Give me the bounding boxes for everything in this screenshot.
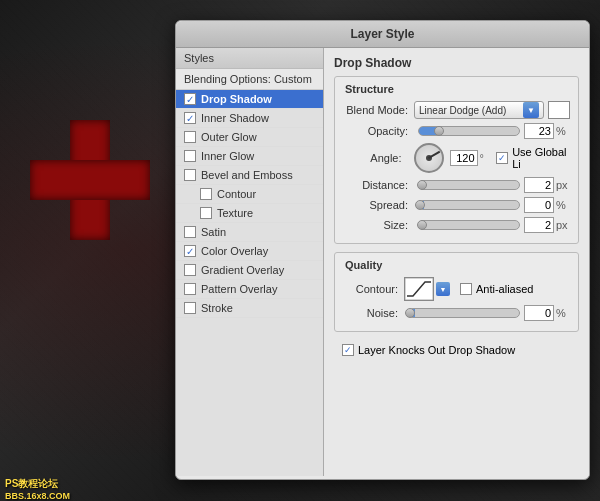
checkbox-outer-glow[interactable] xyxy=(184,131,196,143)
sidebar-item-contour[interactable]: Contour xyxy=(176,185,323,204)
sidebar-item-drop-shadow[interactable]: Drop Shadow xyxy=(176,90,323,109)
sidebar-item-gradient-overlay[interactable]: Gradient Overlay xyxy=(176,261,323,280)
sidebar-item-inner-shadow[interactable]: Inner Shadow xyxy=(176,109,323,128)
opacity-label: Opacity: xyxy=(343,125,408,137)
opacity-unit: % xyxy=(556,125,570,137)
distance-label: Distance: xyxy=(343,179,408,191)
checkbox-satin[interactable] xyxy=(184,226,196,238)
size-row: Size: px xyxy=(343,217,570,233)
distance-unit: px xyxy=(556,179,570,191)
spread-input[interactable] xyxy=(524,197,554,213)
noise-label: Noise: xyxy=(343,307,398,319)
label-outer-glow: Outer Glow xyxy=(201,131,257,143)
distance-thumb[interactable] xyxy=(417,180,427,190)
noise-slider[interactable] xyxy=(408,308,520,318)
distance-slider[interactable] xyxy=(418,180,520,190)
spread-slider[interactable] xyxy=(418,200,520,210)
layer-knocks-label: Layer Knocks Out Drop Shadow xyxy=(358,344,515,356)
layer-knocks-checkbox[interactable] xyxy=(342,344,354,356)
label-inner-shadow: Inner Shadow xyxy=(201,112,269,124)
angle-label: Angle: xyxy=(343,152,402,164)
noise-row: Noise: % xyxy=(343,305,570,321)
structure-label: Structure xyxy=(345,83,570,95)
label-color-overlay: Color Overlay xyxy=(201,245,268,257)
blend-mode-color-swatch[interactable] xyxy=(548,101,570,119)
sidebar-item-bevel-emboss[interactable]: Bevel and Emboss xyxy=(176,166,323,185)
angle-unit: ° xyxy=(480,152,493,164)
label-stroke: Stroke xyxy=(201,302,233,314)
dialog-title: Layer Style xyxy=(350,27,414,41)
checkbox-texture[interactable] xyxy=(200,207,212,219)
label-texture: Texture xyxy=(217,207,253,219)
size-label: Size: xyxy=(343,219,408,231)
watermark-line2: BBS.16x8.COM xyxy=(5,491,70,501)
size-slider[interactable] xyxy=(418,220,520,230)
label-satin: Satin xyxy=(201,226,226,238)
spread-thumb[interactable] xyxy=(415,200,425,210)
contour-dropdown-arrow[interactable]: ▼ xyxy=(436,282,450,296)
styles-header[interactable]: Styles xyxy=(176,48,323,69)
sidebar-item-outer-glow[interactable]: Outer Glow xyxy=(176,128,323,147)
opacity-row: Opacity: % xyxy=(343,123,570,139)
label-contour: Contour xyxy=(217,188,256,200)
opacity-thumb[interactable] xyxy=(434,126,444,136)
angle-dial[interactable] xyxy=(414,143,444,173)
quality-label: Quality xyxy=(345,259,570,271)
use-global-checkbox[interactable] xyxy=(496,152,508,164)
sidebar-item-inner-glow[interactable]: Inner Glow xyxy=(176,147,323,166)
size-input[interactable] xyxy=(524,217,554,233)
section-title-drop-shadow: Drop Shadow xyxy=(334,56,579,70)
angle-input[interactable] xyxy=(450,150,478,166)
contour-curve-icon xyxy=(405,278,433,300)
cross-horizontal xyxy=(30,160,150,200)
blend-mode-dropdown[interactable]: Linear Dodge (Add) ▼ xyxy=(414,101,544,119)
noise-input[interactable] xyxy=(524,305,554,321)
blend-mode-value: Linear Dodge (Add) xyxy=(419,105,523,116)
contour-preview[interactable] xyxy=(404,277,434,301)
distance-input[interactable] xyxy=(524,177,554,193)
sidebar-item-texture[interactable]: Texture xyxy=(176,204,323,223)
anti-alias-checkbox[interactable] xyxy=(460,283,472,295)
noise-thumb[interactable] xyxy=(405,308,415,318)
checkbox-gradient-overlay[interactable] xyxy=(184,264,196,276)
checkbox-color-overlay[interactable] xyxy=(184,245,196,257)
watermark-line1: PS教程论坛 xyxy=(5,477,58,491)
quality-group: Quality Contour: ▼ Anti-aliased xyxy=(334,252,579,332)
blending-options-item[interactable]: Blending Options: Custom xyxy=(176,69,323,90)
spread-unit: % xyxy=(556,199,570,211)
use-global-row: Use Global Li xyxy=(496,146,570,170)
dialog-titlebar: Layer Style xyxy=(176,21,589,48)
sidebar-item-color-overlay[interactable]: Color Overlay xyxy=(176,242,323,261)
opacity-input[interactable] xyxy=(524,123,554,139)
label-gradient-overlay: Gradient Overlay xyxy=(201,264,284,276)
spread-label: Spread: xyxy=(343,199,408,211)
label-pattern-overlay: Pattern Overlay xyxy=(201,283,277,295)
contour-row: Contour: ▼ Anti-aliased xyxy=(343,277,570,301)
checkbox-stroke[interactable] xyxy=(184,302,196,314)
contour-label: Contour: xyxy=(343,283,398,295)
angle-row: Angle: ° Use Global Li xyxy=(343,143,570,173)
sidebar-item-pattern-overlay[interactable]: Pattern Overlay xyxy=(176,280,323,299)
checkbox-contour[interactable] xyxy=(200,188,212,200)
checkbox-bevel-emboss[interactable] xyxy=(184,169,196,181)
distance-row: Distance: px xyxy=(343,177,570,193)
blend-mode-row: Blend Mode: Linear Dodge (Add) ▼ xyxy=(343,101,570,119)
label-inner-glow: Inner Glow xyxy=(201,150,254,162)
sidebar-item-stroke[interactable]: Stroke xyxy=(176,299,323,318)
blend-mode-arrow-icon[interactable]: ▼ xyxy=(523,102,539,118)
spread-row: Spread: % xyxy=(343,197,570,213)
opacity-slider[interactable] xyxy=(418,126,520,136)
right-panel: Drop Shadow Structure Blend Mode: Linear… xyxy=(324,48,589,476)
checkbox-drop-shadow[interactable] xyxy=(184,93,196,105)
checkbox-inner-glow[interactable] xyxy=(184,150,196,162)
noise-unit: % xyxy=(556,307,570,319)
checkbox-pattern-overlay[interactable] xyxy=(184,283,196,295)
checkbox-inner-shadow[interactable] xyxy=(184,112,196,124)
structure-group: Structure Blend Mode: Linear Dodge (Add)… xyxy=(334,76,579,244)
blend-mode-label: Blend Mode: xyxy=(343,104,408,116)
size-thumb[interactable] xyxy=(417,220,427,230)
label-bevel-emboss: Bevel and Emboss xyxy=(201,169,293,181)
left-panel: Styles Blending Options: Custom Drop Sha… xyxy=(176,48,324,476)
layer-knocks-row: Layer Knocks Out Drop Shadow xyxy=(334,340,579,360)
sidebar-item-satin[interactable]: Satin xyxy=(176,223,323,242)
